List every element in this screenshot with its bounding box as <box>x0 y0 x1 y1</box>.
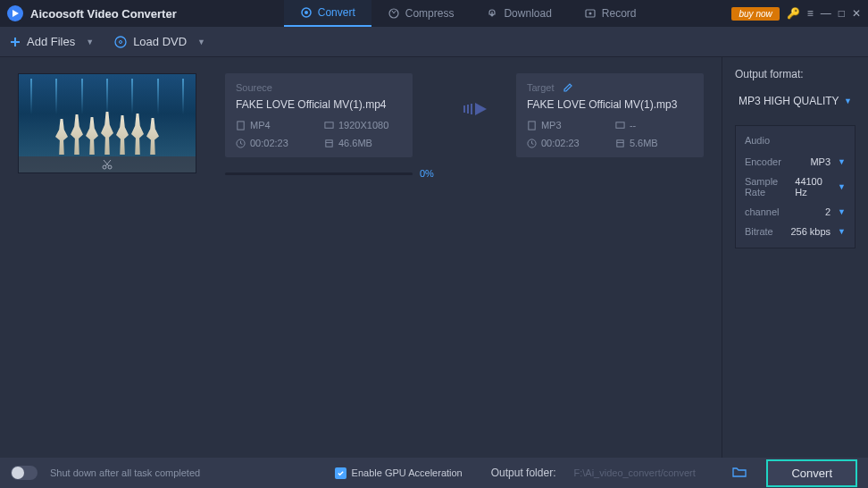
shutdown-label: Shut down after all task completed <box>50 467 200 478</box>
sample-rate-field[interactable]: Sample Rate 44100 Hz▼ <box>745 176 846 198</box>
output-folder-label: Output folder: <box>491 467 556 479</box>
app-logo <box>7 5 23 21</box>
svg-rect-15 <box>529 121 535 129</box>
source-resolution: 1920X1080 <box>324 120 402 130</box>
convert-button[interactable]: Convert <box>766 459 857 487</box>
chevron-down-icon: ▼ <box>838 157 846 166</box>
audio-settings-panel: Audio Encoder MP3▼ Sample Rate 44100 Hz▼… <box>735 125 855 248</box>
svg-point-2 <box>305 11 308 14</box>
bitrate-field[interactable]: Bitrate 256 kbps▼ <box>745 226 846 237</box>
conversion-arrow <box>448 73 502 118</box>
tabs-container: Convert Compress Download Record <box>284 0 653 27</box>
menu-icon[interactable]: ≡ <box>807 7 814 20</box>
audio-panel-title: Audio <box>745 135 846 146</box>
file-icon <box>236 121 246 130</box>
thumb-edit-bar[interactable] <box>19 156 196 172</box>
buy-now-button[interactable]: buy now <box>731 7 779 21</box>
tab-convert[interactable]: Convert <box>284 0 371 27</box>
source-card: Sourece FAKE LOVE Official MV(1).mp4 MP4… <box>225 73 413 157</box>
channel-field[interactable]: channel 2▼ <box>745 206 846 217</box>
chevron-down-icon: ▼ <box>844 97 852 105</box>
svg-point-7 <box>120 40 122 43</box>
source-title: Sourece <box>236 82 402 93</box>
browse-folder-button[interactable] <box>732 466 747 481</box>
encoder-field[interactable]: Encoder MP3▼ <box>745 156 846 167</box>
gpu-checkbox[interactable] <box>335 467 346 479</box>
tab-label: Download <box>504 7 551 20</box>
maximize-icon[interactable]: □ <box>839 7 845 20</box>
clock-icon <box>527 139 537 148</box>
content-area: Sourece FAKE LOVE Official MV(1).mp4 MP4… <box>0 57 722 458</box>
target-title: Target <box>527 82 555 93</box>
minimize-icon[interactable]: — <box>821 7 831 20</box>
progress-bar <box>225 172 413 175</box>
svg-point-5 <box>588 13 591 15</box>
gpu-block: Enable GPU Acceleration <box>335 467 463 479</box>
target-duration: 00:02:23 <box>527 138 605 148</box>
target-format: MP3 <box>527 120 605 130</box>
convert-icon <box>300 6 313 19</box>
target-filename: FAKE LOVE Official MV(1).mp3 <box>527 98 693 111</box>
add-files-label: Add Files <box>27 35 75 48</box>
chevron-down-icon: ▼ <box>838 227 846 236</box>
arrow-right-icon <box>462 100 488 118</box>
add-files-button[interactable]: Add Files <box>9 35 75 48</box>
clock-icon <box>236 139 246 148</box>
add-files-dropdown[interactable]: ▼ <box>86 38 94 46</box>
output-format-label: Output format: <box>735 68 855 80</box>
video-thumbnail[interactable] <box>18 73 196 173</box>
target-card: Target FAKE LOVE Official MV(1).mp3 MP3 … <box>516 73 704 157</box>
compress-icon <box>388 7 400 20</box>
output-format-value: MP3 HIGH QUALITY <box>739 95 839 107</box>
load-dvd-dropdown[interactable]: ▼ <box>197 38 205 46</box>
tab-record[interactable]: Record <box>568 0 653 27</box>
tab-label: Record <box>602 7 637 20</box>
svg-marker-14 <box>475 103 487 115</box>
load-dvd-button[interactable]: Load DVD <box>113 35 187 49</box>
chevron-down-icon: ▼ <box>838 207 846 216</box>
download-icon <box>486 7 498 20</box>
svg-rect-10 <box>238 121 244 129</box>
shutdown-toggle[interactable] <box>11 466 38 480</box>
check-icon <box>337 469 345 477</box>
key-icon[interactable]: 🔑 <box>787 7 800 20</box>
size-icon <box>324 139 334 148</box>
tab-label: Convert <box>318 6 355 19</box>
svg-rect-18 <box>617 139 623 146</box>
tab-download[interactable]: Download <box>470 0 567 27</box>
progress-container: 0% <box>225 168 434 179</box>
source-duration: 00:02:23 <box>236 138 313 148</box>
main-area: Sourece FAKE LOVE Official MV(1).mp4 MP4… <box>0 57 868 458</box>
edit-target-icon[interactable] <box>563 82 573 93</box>
svg-point-6 <box>115 37 126 47</box>
scissors-icon <box>101 158 113 171</box>
source-format: MP4 <box>236 120 313 130</box>
target-size: 5.6MB <box>615 138 693 148</box>
load-dvd-label: Load DVD <box>133 35 187 48</box>
source-size: 46.6MB <box>324 138 402 148</box>
resolution-icon <box>324 121 334 130</box>
source-filename: FAKE LOVE Official MV(1).mp4 <box>236 98 402 111</box>
title-bar: Aicoosoft Video Converter Convert Compre… <box>0 0 868 27</box>
svg-rect-16 <box>616 122 624 127</box>
close-icon[interactable]: ✕ <box>852 7 861 20</box>
plus-icon <box>9 36 21 48</box>
thumbnail-column <box>18 73 211 184</box>
footer: Shut down after all task completed Enabl… <box>0 458 868 488</box>
svg-rect-11 <box>325 122 333 127</box>
svg-rect-13 <box>326 139 332 146</box>
svg-marker-0 <box>13 10 19 17</box>
file-icon <box>527 121 537 130</box>
tab-label: Compress <box>405 7 455 20</box>
source-column: Sourece FAKE LOVE Official MV(1).mp4 MP4… <box>225 73 434 179</box>
chevron-down-icon: ▼ <box>838 182 846 191</box>
app-title: Aicoosoft Video Converter <box>30 7 177 21</box>
folder-icon <box>732 466 747 478</box>
output-format-selector[interactable]: MP3 HIGH QUALITY ▼ <box>735 89 855 113</box>
toolbar: Add Files ▼ Load DVD ▼ <box>0 27 868 57</box>
file-row: Sourece FAKE LOVE Official MV(1).mp4 MP4… <box>18 73 704 184</box>
resolution-icon <box>615 121 625 130</box>
tab-compress[interactable]: Compress <box>371 0 471 27</box>
progress-percent: 0% <box>420 168 434 179</box>
window-controls: buy now 🔑 ≡ — □ ✕ <box>731 7 861 21</box>
